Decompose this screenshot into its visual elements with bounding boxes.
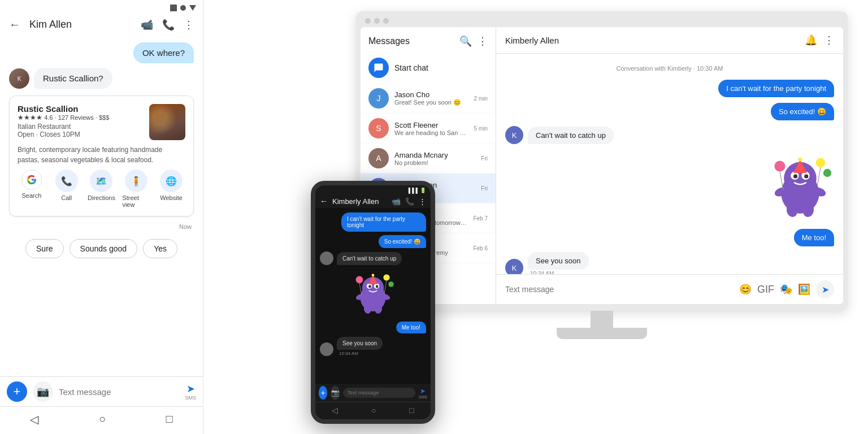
- dark-video-icon[interactable]: 📹: [392, 197, 401, 206]
- smart-reply-yes[interactable]: Yes: [143, 239, 177, 258]
- dark-nav-recents[interactable]: □: [409, 406, 414, 415]
- rest-name: Rustic Scallion: [18, 104, 109, 114]
- dark-seeyou-content: See you soon 10:34 AM: [337, 337, 383, 356]
- conv-preview-jason: Great! See you soon 😊: [394, 99, 468, 106]
- website-icon-circle: 🌐: [160, 170, 183, 192]
- call-icon: 📞: [61, 176, 72, 186]
- dark-phone-icon[interactable]: 📞: [405, 197, 414, 206]
- dark-action-icons: 📹 📞 ⋮: [392, 197, 426, 206]
- timestamp-now: Now: [9, 223, 194, 230]
- conv-info-scott: Scott Fleener We are heading to San Fran…: [394, 121, 468, 136]
- sticker-icon[interactable]: 🎭: [780, 283, 792, 296]
- input-row-left: + 📷 ➤ SMS: [0, 376, 203, 406]
- back-icon[interactable]: ←: [9, 18, 20, 31]
- camera-button[interactable]: 📷: [33, 381, 53, 402]
- start-chat-icon: [368, 58, 389, 78]
- msg-list-icons: 🔍 ⋮: [459, 35, 488, 47]
- desktop-chat-messages: Conversation with Kimberly · 10:30 AM I …: [496, 54, 843, 274]
- sticker-area-center: [320, 268, 426, 318]
- nav-home-icon[interactable]: ○: [99, 413, 106, 426]
- search-action[interactable]: Search: [18, 170, 46, 208]
- streetview-action[interactable]: 🧍 Street view: [122, 170, 150, 208]
- nav-recents-icon[interactable]: □: [166, 413, 173, 426]
- conv-time-jason: 2 min: [474, 96, 488, 102]
- text-input-left[interactable]: [59, 387, 179, 397]
- monitor-dot-1: [365, 18, 371, 24]
- dark-text-input[interactable]: [343, 388, 415, 398]
- smart-reply-row: Sure Sounds good Yes: [9, 235, 194, 261]
- website-icon: 🌐: [166, 176, 177, 186]
- search-label: Search: [21, 192, 41, 199]
- conv-item-jason[interactable]: J Jason Cho Great! See you soon 😊 2 min: [361, 84, 496, 114]
- call-action[interactable]: 📞 Call: [53, 170, 81, 208]
- svg-point-22: [804, 174, 808, 178]
- sms-send-button[interactable]: ➤ SMS: [185, 383, 196, 401]
- video-icon[interactable]: 📹: [141, 19, 153, 31]
- desktop-avatar-kim: K: [505, 126, 523, 144]
- svg-point-14: [388, 281, 394, 287]
- conv-timestamp: Conversation with Kimberly · 10:30 AM: [505, 65, 834, 72]
- rest-header: Rustic Scallion ★★★★ 4.6 · 127 Reviews ·…: [18, 104, 185, 140]
- nav-bar-left: ◁ ○ □: [0, 406, 203, 434]
- smart-reply-sounds-good[interactable]: Sounds good: [70, 239, 138, 258]
- image-icon[interactable]: 🖼️: [798, 283, 810, 296]
- website-action[interactable]: 🌐 Website: [157, 170, 185, 208]
- desktop-bubble-catchup: Can't wait to catch up: [528, 127, 614, 144]
- desktop-send-button[interactable]: ➤: [816, 280, 834, 298]
- svg-line-15: [359, 283, 362, 296]
- nav-back-icon[interactable]: ◁: [30, 413, 38, 426]
- svg-point-29: [774, 160, 785, 171]
- svg-point-30: [816, 158, 826, 168]
- svg-line-16: [384, 281, 387, 293]
- monitor-dot-3: [383, 18, 389, 24]
- svg-line-33: [817, 167, 821, 186]
- dark-send-icon: ➤: [420, 387, 426, 395]
- monitor-top-bar: [361, 16, 843, 27]
- chat-header-icons: 🔔 ⋮: [805, 34, 834, 46]
- dark-nav-back[interactable]: ◁: [332, 406, 338, 415]
- search-icon[interactable]: 🔍: [459, 35, 472, 47]
- dark-nav-home[interactable]: ○: [371, 406, 376, 415]
- more-options-icon[interactable]: ⋮: [478, 35, 488, 47]
- conv-time-amanda: Fri: [481, 155, 488, 162]
- emoji-icon[interactable]: 😊: [739, 283, 752, 296]
- left-msg-wrap: K Rustic Scallion?: [9, 68, 194, 89]
- smart-reply-sure[interactable]: Sure: [25, 239, 64, 258]
- chat-more-icon[interactable]: ⋮: [824, 34, 834, 46]
- dark-cam-btn[interactable]: 📷: [331, 386, 339, 400]
- rest-info: Rustic Scallion ★★★★ 4.6 · 127 Reviews ·…: [18, 104, 109, 138]
- rest-image: [149, 104, 185, 140]
- directions-icon: 🗺️: [96, 176, 107, 186]
- website-label: Website: [160, 194, 183, 201]
- reviews-count: 4.6 · 127 Reviews · $$$: [44, 114, 109, 121]
- dark-avatar-2: [320, 342, 333, 356]
- notification-icon[interactable]: 🔔: [805, 34, 817, 46]
- messages-title: Messages: [368, 36, 410, 46]
- stand-neck: [591, 311, 613, 328]
- conv-item-amanda[interactable]: A Amanda Mcnary No problem! Fri: [361, 144, 496, 173]
- rest-rating: ★★★★ 4.6 · 127 Reviews · $$$: [18, 114, 109, 121]
- dark-plus-btn[interactable]: +: [319, 386, 327, 400]
- desktop-bubble-excited: So excited! 😄: [771, 103, 834, 120]
- dark-more-icon[interactable]: ⋮: [419, 197, 426, 206]
- more-icon[interactable]: ⋮: [184, 19, 194, 31]
- dark-back-icon[interactable]: ←: [320, 197, 328, 206]
- desktop-seeyou-content: See you soon 10:34 AM: [528, 252, 589, 274]
- dark-sms-btn[interactable]: ➤ SMS: [419, 387, 427, 399]
- conv-item-scott[interactable]: S Scott Fleener We are heading to San Fr…: [361, 114, 496, 144]
- phone-center: ▐▐▐ 🔋 ← Kimberly Allen 📹 📞 ⋮ I can't wai…: [311, 181, 435, 424]
- app-bar-left: ← Kim Allen 📹 📞 ⋮: [0, 14, 203, 36]
- gif-icon[interactable]: GIF: [757, 284, 774, 296]
- plus-button[interactable]: +: [7, 381, 27, 402]
- call-icon-circle: 📞: [55, 170, 78, 192]
- svg-point-13: [383, 274, 389, 280]
- phone-icon[interactable]: 📞: [162, 19, 175, 31]
- desktop-text-input[interactable]: [505, 285, 734, 294]
- desktop-bubble-party: I can't wait for the party tonight: [718, 80, 834, 97]
- avatar-amanda: A: [368, 148, 389, 168]
- start-chat-item[interactable]: Start chat: [361, 52, 496, 84]
- dark-contact-name: Kimberly Allen: [332, 197, 387, 206]
- stars: ★★★★: [18, 114, 42, 121]
- directions-action[interactable]: 🗺️ Directions: [88, 170, 116, 208]
- battery-icon: [189, 5, 196, 11]
